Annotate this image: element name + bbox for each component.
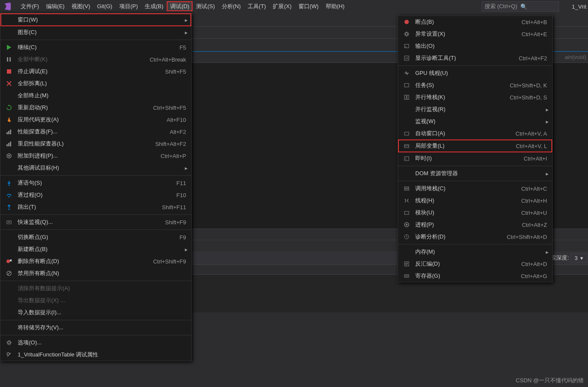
menu-item[interactable]: 反汇编(D)Ctrl+Alt+D: [398, 258, 552, 270]
menu-item[interactable]: 全部终止(M): [0, 90, 191, 102]
menu-item[interactable]: 图形(C)▸: [0, 26, 191, 38]
svg-point-16: [9, 222, 10, 223]
submenu-arrow-icon: ▸: [185, 17, 188, 23]
menu-item[interactable]: 导入数据提示(I)...: [0, 307, 191, 319]
menu-item[interactable]: 窗口(W)▸: [0, 13, 191, 26]
shortcut: Shift+Alt+F2: [155, 141, 188, 147]
menu-item[interactable]: 将转储另存为(V)...: [0, 322, 191, 334]
stepout-icon: [4, 204, 14, 210]
menu-item[interactable]: 异常设置(X)Ctrl+Alt+E: [398, 28, 552, 40]
task-icon: [401, 82, 412, 88]
menu-item[interactable]: DOM 资源管理器▸: [398, 167, 552, 180]
menu-item[interactable]: 监视(W)▸: [398, 115, 552, 127]
member-combo[interactable]: ain(void): [565, 54, 586, 60]
menu-item[interactable]: 输出(O): [398, 40, 552, 52]
menu-item[interactable]: 内存(M)▸: [398, 246, 552, 258]
menu-item-0[interactable]: 文件(F): [17, 1, 43, 11]
menu-label: 并行监视(R): [412, 105, 546, 113]
menu-item[interactable]: 快速监视(Q)...Shift+F9: [0, 216, 191, 228]
menu-item[interactable]: 禁用所有断点(N): [0, 267, 191, 279]
menu-item-1[interactable]: 编辑(E): [43, 1, 68, 11]
menu-item[interactable]: 逐过程(O)F10: [0, 189, 191, 201]
shortcut: F9: [180, 234, 188, 241]
menu-item[interactable]: 显示诊断工具(T)Ctrl+Alt+F2: [398, 52, 552, 64]
menu-item-7[interactable]: 测试(S): [193, 1, 218, 11]
menu-item[interactable]: 重新启动(R)Ctrl+Shift+F5: [0, 102, 191, 114]
search-icon: 🔍: [520, 3, 556, 10]
menu-item[interactable]: 删除所有断点(D)Ctrl+Shift+F9: [0, 255, 191, 267]
svg-rect-32: [404, 211, 409, 214]
menu-item[interactable]: 任务(S)Ctrl+Shift+D, K: [398, 79, 552, 91]
menu-item[interactable]: 其他调试目标(H)▸: [0, 162, 191, 174]
menu-label: 模块(U): [412, 209, 521, 217]
menu-item[interactable]: 继续(C)F5: [0, 41, 191, 53]
shortcut: Ctrl+Alt+V, L: [516, 143, 549, 149]
menu-label: 内存(M): [412, 248, 546, 256]
menu-item-10[interactable]: 扩展(X): [269, 1, 295, 11]
menu-item[interactable]: 性能探查器(F)...Alt+F2: [0, 126, 191, 138]
menu-label: 局部变量(L): [412, 142, 516, 150]
menu-item[interactable]: 新建断点(B)▸: [0, 243, 191, 255]
menu-label: 并行堆栈(K): [412, 93, 510, 101]
menu-item-12[interactable]: 帮助(H): [322, 1, 348, 11]
shortcut: Ctrl+Alt+D: [521, 261, 549, 267]
svg-rect-4: [7, 69, 11, 74]
menu-item-9[interactable]: 工具(T): [244, 1, 270, 11]
svg-rect-5: [6, 132, 8, 134]
locals-icon: [401, 143, 412, 149]
menu-item[interactable]: 断点(B)Ctrl+Alt+B: [398, 16, 552, 28]
menu-item[interactable]: 切换断点(G)F9: [0, 231, 191, 243]
menu-item[interactable]: 应用代码更改(A)Alt+F10: [0, 114, 191, 126]
menu-item-8[interactable]: 分析(N): [218, 1, 244, 11]
menu-item[interactable]: 01寄存器(G)Ctrl+Alt+G: [398, 270, 552, 282]
svg-point-21: [405, 33, 408, 35]
chart-icon: [4, 141, 14, 147]
menu-item[interactable]: 并行监视(R)▸: [398, 103, 552, 115]
shortcut: F11: [177, 180, 188, 186]
shortcut: Ctrl+Shift+F9: [153, 258, 188, 265]
menu-label: 导入数据提示(I)...: [14, 309, 188, 316]
menu-item-3[interactable]: Git(G): [93, 1, 115, 11]
menu-label: 应用代码更改(A): [14, 116, 167, 124]
menu-item[interactable]: 并行堆栈(K)Ctrl+Shift+D, S: [398, 91, 552, 103]
menu-item[interactable]: 诊断分析(D)Ctrl+Shift+Alt+D: [398, 231, 552, 243]
menu-item[interactable]: 线程(H)Ctrl+Alt+H: [398, 195, 552, 207]
menubar-search-box[interactable]: 搜索 (Ctrl+Q) 🔍: [482, 1, 559, 12]
menu-item: 导出数据提示(X) ...: [0, 294, 191, 307]
menu-item[interactable]: 跳出(T)Shift+F11: [0, 201, 191, 213]
menu-item[interactable]: GPU 线程(U): [398, 67, 552, 79]
menu-item-5[interactable]: 生成(B): [141, 1, 167, 11]
menu-item[interactable]: 模块(U)Ctrl+Alt+U: [398, 207, 552, 219]
menu-item[interactable]: 停止调试(E)Shift+F5: [0, 65, 191, 77]
stop-icon: [4, 68, 14, 74]
menu-item[interactable]: 即时(I)Ctrl+Alt+I: [398, 152, 552, 164]
menu-item[interactable]: 调用堆栈(C)Ctrl+Alt+C: [398, 183, 552, 195]
menu-item[interactable]: 1_VritualFunctionTable 调试属性: [0, 349, 191, 361]
menu-item-2[interactable]: 视图(V): [68, 1, 93, 11]
submenu-arrow-icon: ▸: [185, 29, 188, 36]
search-depth-combo[interactable]: 3 ▾: [571, 254, 587, 263]
menu-item[interactable]: 全部拆离(L): [0, 77, 191, 90]
menu-item[interactable]: 逐语句(S)F11: [0, 177, 191, 189]
menu-label: 图形(C): [14, 28, 185, 36]
menu-item[interactable]: 选项(O)...: [0, 337, 191, 349]
menu-item-4[interactable]: 项目(P): [116, 1, 141, 11]
menu-item[interactable]: 自动窗口(A)Ctrl+Alt+V, A: [398, 127, 552, 139]
menu-item[interactable]: 重启性能探查器(L)Shift+Alt+F2: [0, 138, 191, 150]
svg-rect-10: [10, 142, 11, 146]
menu-item-11[interactable]: 窗口(W): [295, 1, 322, 11]
svg-point-13: [9, 196, 10, 198]
diag-icon: [401, 55, 412, 61]
svg-rect-25: [404, 95, 406, 99]
menu-item[interactable]: 进程(P)Ctrl+Alt+Z: [398, 219, 552, 231]
menu-label: 清除所有数据提示(A): [14, 285, 188, 292]
shortcut: Ctrl+Shift+D, S: [510, 94, 549, 101]
menu-label: 附加到进程(P)...: [14, 152, 161, 160]
x-icon: [4, 80, 14, 87]
svg-rect-26: [407, 95, 409, 99]
menu-item-6[interactable]: 调试(D): [167, 1, 193, 11]
module-icon: [401, 210, 412, 216]
stepover-icon: [4, 192, 14, 198]
menu-item[interactable]: 附加到进程(P)...Ctrl+Alt+P: [0, 150, 191, 162]
menu-item[interactable]: 局部变量(L)Ctrl+Alt+V, L: [398, 139, 552, 152]
